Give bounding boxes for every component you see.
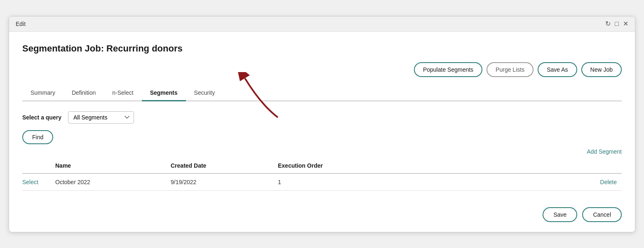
populate-segments-button[interactable]: Populate Segments [414, 62, 482, 77]
tab-nselect[interactable]: n-Select [104, 85, 141, 101]
row-delete-cell: Delete [426, 173, 622, 191]
reload-icon[interactable]: ↻ [605, 21, 611, 27]
query-row: Select a query All Segments Custom Query… [22, 111, 622, 124]
col-header-execution-order: Execution Order [278, 158, 426, 173]
col-header-select [22, 158, 55, 173]
tab-segments[interactable]: Segments [142, 85, 186, 101]
tab-summary[interactable]: Summary [22, 85, 63, 101]
row-name-cell: October 2022 [55, 173, 171, 191]
add-segment-link[interactable]: Add Segment [587, 148, 622, 155]
toolbar: Populate Segments Purge Lists Save As Ne… [22, 62, 622, 77]
add-segment-row: Add Segment [22, 148, 622, 155]
row-select-cell: Select [22, 173, 55, 191]
query-label: Select a query [22, 114, 61, 121]
close-icon[interactable]: ✕ [623, 21, 628, 27]
table-row: Select October 2022 9/19/2022 1 Delete [22, 173, 622, 191]
content-area: Select a query All Segments Custom Query… [22, 111, 622, 191]
main-content: Segmentation Job: Recurring donors Popul… [9, 32, 635, 232]
page-title: Segmentation Job: Recurring donors [22, 43, 622, 54]
footer-row: Save Cancel [22, 201, 622, 222]
tab-definition[interactable]: Definition [63, 85, 104, 101]
main-window: Edit ↻ □ ✕ Segmentation Job: Recurring d… [9, 16, 635, 232]
find-button[interactable]: Find [22, 130, 53, 144]
new-job-button[interactable]: New Job [581, 62, 622, 77]
col-header-created-date: Created Date [171, 158, 278, 173]
save-button[interactable]: Save [543, 207, 577, 222]
row-date-cell: 9/19/2022 [171, 173, 278, 191]
tab-security[interactable]: Security [186, 85, 223, 101]
save-as-button[interactable]: Save As [538, 62, 577, 77]
purge-lists-button[interactable]: Purge Lists [487, 62, 534, 77]
col-header-name: Name [55, 158, 171, 173]
delete-link[interactable]: Delete [600, 179, 617, 185]
select-link[interactable]: Select [22, 179, 38, 185]
table-header-row: Name Created Date Execution Order [22, 158, 622, 173]
segments-table: Name Created Date Execution Order Select… [22, 158, 622, 191]
window-controls: ↻ □ ✕ [605, 21, 628, 27]
title-bar: Edit ↻ □ ✕ [9, 16, 635, 32]
window-title: Edit [16, 21, 26, 27]
row-exec-cell: 1 [278, 173, 426, 191]
col-header-action [426, 158, 622, 173]
cancel-button[interactable]: Cancel [582, 207, 622, 222]
query-select[interactable]: All Segments Custom Query 1 Custom Query… [68, 111, 134, 124]
tabs-container: Summary Definition n-Select Segments Sec… [22, 85, 622, 101]
maximize-icon[interactable]: □ [615, 21, 619, 27]
